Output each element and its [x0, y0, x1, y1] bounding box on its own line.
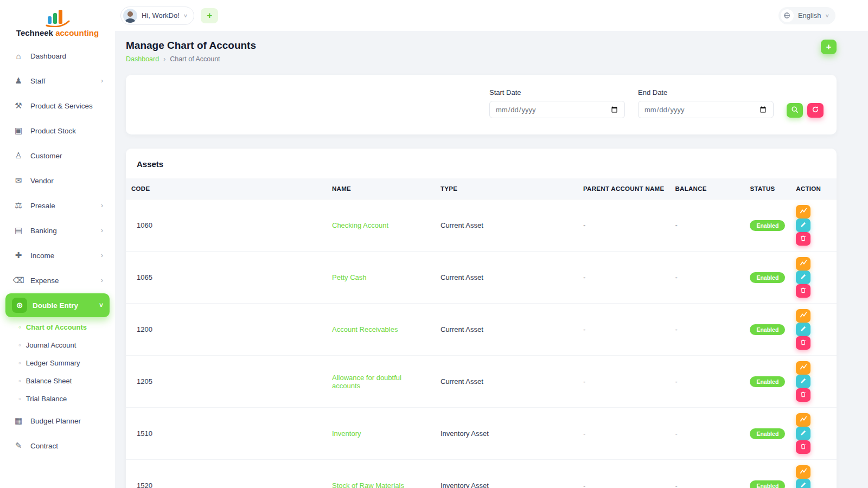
cell-type: Current Asset — [435, 304, 578, 356]
sidebar-item[interactable]: ⊛ Double Entry ˅ — [5, 293, 110, 317]
sidebar-item-icon: ▦ — [12, 414, 25, 427]
search-button[interactable] — [787, 103, 803, 118]
delete-button[interactable] — [796, 232, 810, 246]
brand-chart-icon — [42, 20, 73, 29]
activity-icon — [800, 363, 807, 373]
edit-button[interactable] — [796, 271, 810, 284]
cell-parent: - — [578, 200, 669, 252]
create-account-button[interactable]: + — [821, 40, 837, 54]
globe-icon — [781, 9, 794, 22]
cell-type: Inventory Asset — [435, 460, 578, 488]
sidebar-item[interactable]: ⚖ Presale › — [5, 194, 110, 217]
chevron-icon: › — [101, 227, 103, 234]
cell-type: Current Asset — [435, 200, 578, 252]
end-date-input[interactable] — [638, 101, 774, 118]
filter-card: Start Date End Date — [126, 75, 837, 134]
sidebar-item[interactable]: ♟ Staff › — [5, 69, 110, 93]
sidebar-item[interactable]: ♙ Customer — [5, 144, 110, 168]
sidebar-item-icon: ⚒ — [12, 99, 25, 112]
account-name-link[interactable]: Checking Account — [332, 221, 388, 229]
sidebar-sub-item[interactable]: ○ Ledger Summary — [0, 354, 115, 372]
column-header: CODE — [126, 178, 327, 200]
sidebar-item[interactable]: ✚ Income › — [5, 243, 110, 267]
sidebar-item[interactable]: ▤ Banking › — [5, 219, 110, 242]
sidebar-sub-item[interactable]: ○ Chart of Accounts — [0, 318, 115, 336]
language-label: English — [798, 11, 821, 20]
column-header: ACTION — [790, 178, 837, 200]
page-header: Manage Chart of Accounts Dashboard › Cha… — [126, 40, 837, 63]
sidebar-item[interactable]: ▦ Budget Planner — [5, 409, 110, 433]
delete-button[interactable] — [796, 336, 810, 350]
sidebar-item[interactable]: ⌫ Expense › — [5, 268, 110, 292]
cell-balance: - — [669, 408, 744, 460]
refresh-icon — [812, 106, 819, 115]
chevron-down-icon: ˅ — [826, 12, 829, 19]
transactions-button[interactable] — [796, 257, 810, 271]
column-header: TYPE — [435, 178, 578, 200]
sidebar-item[interactable]: ✎ Contract — [5, 434, 110, 458]
reset-button[interactable] — [807, 103, 824, 118]
start-date-label: Start Date — [489, 88, 625, 97]
delete-button[interactable] — [796, 388, 810, 402]
transactions-button[interactable] — [796, 205, 810, 219]
cell-code: 1200 — [126, 304, 327, 356]
sidebar-item-icon: ♙ — [12, 149, 25, 162]
transactions-button[interactable] — [796, 413, 810, 427]
edit-button[interactable] — [796, 323, 810, 336]
sidebar-nav: ⌂ Dashboard ♟ Staff › ⚒ Product & Servic… — [0, 44, 115, 458]
assets-card: Assets CODENAMETYPEPARENT ACCOUNT NAMEBA… — [126, 149, 837, 488]
cell-balance: - — [669, 304, 744, 356]
sidebar-item[interactable]: ⚒ Product & Services — [5, 94, 110, 118]
sidebar-sub-item[interactable]: ○ Trial Balance — [0, 390, 115, 408]
trash-icon — [800, 339, 807, 348]
user-menu[interactable]: Hi, WorkDo! ˅ — [120, 7, 194, 25]
edit-button[interactable] — [796, 427, 810, 440]
sidebar-sub-item[interactable]: ○ Balance Sheet — [0, 372, 115, 390]
transactions-button[interactable] — [796, 309, 810, 323]
cell-type: Inventory Asset — [435, 408, 578, 460]
account-name-link[interactable]: Stock of Raw Materials — [332, 481, 404, 488]
account-name-link[interactable]: Inventory — [332, 429, 361, 438]
sidebar-item[interactable]: ✉ Vendor — [5, 169, 110, 192]
table-row: 1065 Petty Cash Current Asset - - Enable… — [126, 252, 837, 304]
delete-button[interactable] — [796, 284, 810, 298]
cell-code: 1205 — [126, 356, 327, 408]
account-name-link[interactable]: Account Receivables — [332, 325, 398, 333]
account-name-link[interactable]: Allowance for doubtful accounts — [332, 374, 401, 390]
cell-parent: - — [578, 304, 669, 356]
transactions-button[interactable] — [796, 361, 810, 375]
breadcrumb-dashboard-link[interactable]: Dashboard — [126, 55, 159, 63]
sidebar-item-label: Double Entry — [33, 301, 78, 310]
start-date-field: Start Date — [489, 88, 625, 118]
account-name-link[interactable]: Petty Cash — [332, 273, 367, 281]
table-row: 1520 Stock of Raw Materials Inventory As… — [126, 460, 837, 488]
sidebar-item-label: Presale — [30, 202, 55, 210]
bullet-icon: ○ — [18, 361, 21, 365]
status-badge: Enabled — [750, 480, 785, 488]
sidebar-sub-item[interactable]: ○ Journal Account — [0, 336, 115, 354]
sidebar-item[interactable]: ⌂ Dashboard — [5, 44, 110, 68]
edit-button[interactable] — [796, 479, 810, 488]
activity-icon — [800, 467, 807, 477]
edit-button[interactable] — [796, 375, 810, 388]
activity-icon — [800, 415, 807, 425]
sidebar-item-icon: ♟ — [12, 74, 25, 87]
add-workspace-button[interactable]: + — [201, 8, 218, 23]
chevron-icon: ˅ — [99, 301, 103, 309]
column-header: NAME — [327, 178, 435, 200]
sidebar-item-label: Product & Services — [30, 102, 93, 110]
cell-type: Current Asset — [435, 252, 578, 304]
app-root: Techneek accounting ⌂ Dashboard ♟ Staff — [0, 0, 868, 488]
cell-parent: - — [578, 408, 669, 460]
start-date-input[interactable] — [489, 101, 625, 118]
sidebar-item-label: Budget Planner — [30, 417, 81, 425]
edit-button[interactable] — [796, 219, 810, 232]
breadcrumb-current: Chart of Account — [170, 55, 220, 63]
page-title: Manage Chart of Accounts — [126, 40, 256, 52]
brand-logo[interactable]: Techneek accounting — [0, 5, 115, 43]
delete-button[interactable] — [796, 440, 810, 454]
language-selector[interactable]: English ˅ — [778, 7, 835, 24]
table-row: 1205 Allowance for doubtful accounts Cur… — [126, 356, 837, 408]
transactions-button[interactable] — [796, 465, 810, 479]
sidebar-item[interactable]: ▣ Product Stock — [5, 119, 110, 143]
